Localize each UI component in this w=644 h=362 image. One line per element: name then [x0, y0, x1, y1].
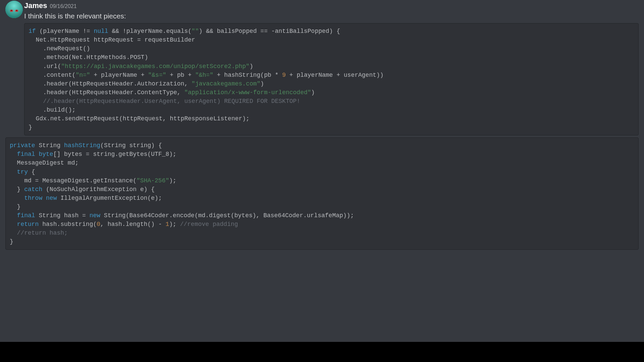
- code-token: , hash.length() -: [100, 221, 165, 228]
- code-token: hash.substring(: [39, 221, 97, 228]
- code-token: }: [10, 186, 24, 193]
- code-line: Net.HttpRequest httpRequest = requestBui…: [29, 37, 195, 43]
- code-token: 0: [97, 221, 100, 228]
- code-token: byte: [39, 151, 53, 158]
- code-token: final: [17, 151, 35, 158]
- code-line: .build();: [29, 107, 75, 113]
- code-token: "n=": [75, 72, 90, 78]
- code-token: throw: [24, 195, 42, 201]
- code-line: Gdx.net.sendHttpRequest(httpRequest, htt…: [29, 115, 250, 122]
- code-token: 9: [282, 72, 286, 78]
- code-token: if: [29, 28, 36, 35]
- code-token: ): [260, 80, 264, 87]
- code-line: }: [10, 238, 13, 245]
- code-token: && !playerName.equals(: [108, 28, 192, 35]
- code-token: "javacakegames.com": [192, 80, 260, 87]
- code-line: //return hash;: [10, 230, 68, 236]
- message-text: I think this is the relevant pieces:: [24, 11, 639, 21]
- code-token: [10, 221, 17, 228]
- code-token: return: [17, 221, 39, 228]
- code-token: final: [17, 212, 35, 219]
- code-token: ) && ballsPopped == -antiBallsPopped) {: [199, 28, 340, 35]
- code-token: try: [17, 169, 28, 175]
- code-block-2[interactable]: private String hashString(String string)…: [5, 137, 639, 250]
- code-token: ): [250, 63, 253, 70]
- bottom-bar: [0, 342, 644, 362]
- username[interactable]: James: [24, 1, 47, 11]
- code-block-1[interactable]: if (playerName != null && !playerName.eq…: [24, 23, 639, 135]
- code-token: private: [10, 142, 35, 149]
- svg-point-5: [16, 10, 17, 11]
- code-token: + playerName + userAgent)): [286, 72, 384, 78]
- code-token: IllegalArgumentException(e);: [57, 195, 162, 201]
- svg-point-1: [5, 1, 23, 18]
- code-token: [10, 212, 17, 219]
- code-token: //remove padding: [180, 221, 238, 228]
- code-token: [10, 169, 17, 175]
- code-token: + playerName +: [90, 72, 148, 78]
- code-token: "application/x-www-form-urlencoded": [184, 89, 311, 96]
- code-token: "SHA-256": [137, 177, 169, 184]
- code-token: (NoSuchAlgorithmException e) {: [42, 186, 155, 193]
- code-token: .header(HttpRequestHeader.ContentType,: [29, 89, 184, 96]
- code-token: hashString: [64, 142, 100, 149]
- code-token: catch: [24, 186, 42, 193]
- code-token: [35, 151, 39, 158]
- code-token: "&s=": [148, 72, 166, 78]
- code-line: .newRequest(): [29, 45, 90, 52]
- code-token: md = MessageDigest.getInstance(: [10, 177, 137, 184]
- code-token: + hashString(pb *: [213, 72, 282, 78]
- code-token: "https://api.javacakegames.com/unipop/se…: [61, 63, 250, 70]
- code-token: {: [28, 169, 35, 175]
- code-token: String hash =: [35, 212, 90, 219]
- code-token: new: [46, 195, 57, 201]
- code-token: 1: [166, 221, 169, 228]
- code-token: "": [192, 28, 199, 35]
- code-token: .content(: [29, 72, 75, 78]
- timestamp: 09/16/2021: [50, 3, 77, 9]
- code-token: (playerName !=: [36, 28, 94, 35]
- code-token: ): [311, 89, 315, 96]
- code-token: new: [90, 212, 100, 219]
- code-line: }: [10, 203, 20, 210]
- code-token: );: [169, 221, 180, 228]
- code-token: null: [94, 28, 108, 35]
- message-header: James 09/16/2021: [24, 1, 639, 11]
- chat-message: James 09/16/2021 I think this is the rel…: [0, 0, 644, 135]
- code-line: .method(Net.HttpMethods.POST): [29, 54, 148, 61]
- code-token: [42, 195, 46, 201]
- code-token: [] bytes = string.getBytes(UTF_8);: [53, 151, 176, 158]
- code-token: );: [169, 177, 176, 184]
- code-line: MessageDigest md;: [10, 160, 78, 166]
- code-token: .url(: [29, 63, 61, 70]
- code-token: + pb +: [166, 72, 195, 78]
- avatar-image-icon: [5, 1, 23, 18]
- avatar[interactable]: [5, 1, 23, 18]
- code-line: }: [29, 124, 32, 131]
- code-token: String(Base64Coder.encode(md.digest(byte…: [100, 212, 354, 219]
- code-token: .header(HttpRequestHeader.Authorization,: [29, 80, 192, 87]
- svg-point-4: [11, 10, 12, 11]
- code-token: [10, 151, 17, 158]
- code-token: String: [35, 142, 64, 149]
- code-token: [10, 195, 24, 201]
- code-line: //.header(HttpRequestHeader.UserAgent, u…: [29, 98, 300, 105]
- code-token: "&h=": [195, 72, 213, 78]
- code-token: (String string) {: [100, 142, 162, 149]
